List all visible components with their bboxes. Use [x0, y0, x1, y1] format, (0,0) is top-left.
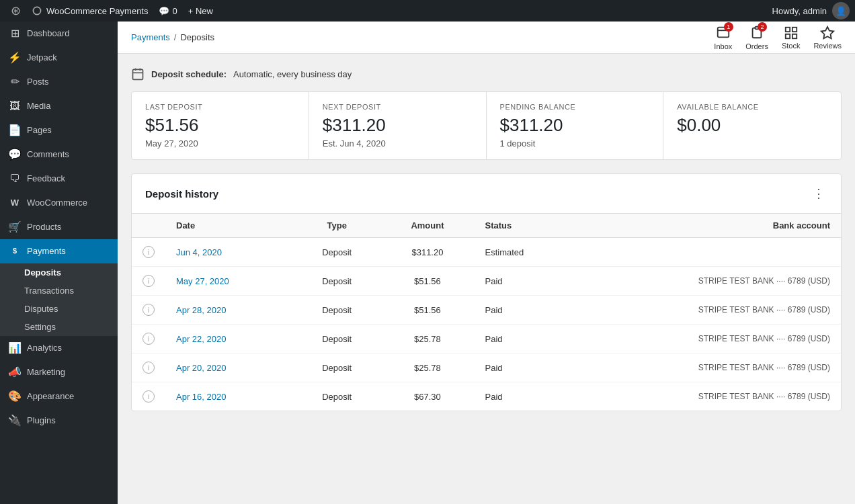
row-type: Deposit: [293, 267, 380, 296]
breadcrumb-parent[interactable]: Payments: [131, 32, 170, 42]
svg-rect-1: [785, 27, 789, 31]
new-content-link[interactable]: + New: [183, 6, 218, 16]
dashboard-icon: ⊞: [8, 27, 22, 40]
row-amount: $25.78: [380, 325, 474, 353]
deposit-history-table: Deposit history ⋮ Date Type Amount Statu…: [131, 173, 842, 411]
row-type: Deposit: [293, 353, 380, 382]
row-bank: STRIPE TEST BANK ···· 6789 (USD): [577, 296, 841, 325]
woocommerce-icon: W: [8, 196, 22, 210]
jetpack-icon: ⚡: [8, 51, 22, 65]
row-type: Deposit: [293, 238, 380, 267]
th-amount: Amount: [380, 214, 474, 238]
stat-last-deposit: LAST DEPOSIT $51.56 May 27, 2020: [132, 92, 309, 159]
stat-last-deposit-value: $51.56: [145, 115, 295, 136]
sidebar-sub-transactions[interactable]: Transactions: [0, 282, 118, 300]
admin-bar-right: Howdy, admin 👤: [772, 2, 850, 19]
comments-link[interactable]: 💬 0: [153, 6, 182, 16]
plugins-icon: 🔌: [8, 414, 22, 427]
orders-action[interactable]: 2 Orders: [745, 25, 768, 50]
sidebar-item-comments[interactable]: 💬 Comments: [0, 142, 118, 167]
row-info-icon[interactable]: i: [132, 325, 165, 353]
top-bar: Payments / Deposits 1 inbox 2: [118, 22, 855, 54]
row-amount: $51.56: [380, 267, 474, 296]
breadcrumb-current: Deposits: [180, 32, 214, 42]
avatar[interactable]: 👤: [832, 2, 850, 19]
sidebar-item-woocommerce[interactable]: W WooCommerce: [0, 191, 118, 215]
orders-badge: 2: [749, 25, 764, 41]
site-name[interactable]: WooCommerce Payments: [26, 5, 153, 16]
table-row: i Apr 28, 2020 Deposit $51.56 Paid STRIP…: [132, 296, 841, 325]
sidebar-item-marketing[interactable]: 📣 Marketing: [0, 360, 118, 384]
stat-next-deposit: NEXT DEPOSIT $311.20 Est. Jun 4, 2020: [309, 92, 487, 159]
reviews-action[interactable]: Reviews: [813, 26, 842, 50]
page-content: Deposit schedule: Automatic, every busin…: [118, 54, 855, 504]
pages-icon: 📄: [8, 124, 22, 137]
row-status: Paid: [474, 267, 577, 296]
stat-pending-balance-sub: 1 deposit: [500, 138, 650, 149]
row-bank: STRIPE TEST BANK ···· 6789 (USD): [577, 382, 841, 411]
sidebar-item-posts[interactable]: ✏ Posts: [0, 70, 118, 94]
row-info-icon[interactable]: i: [132, 382, 165, 411]
table-row: i Apr 22, 2020 Deposit $25.78 Paid STRIP…: [132, 325, 841, 353]
date-link[interactable]: Apr 28, 2020: [176, 305, 226, 315]
sidebar-item-payments[interactable]: $ Payments: [0, 239, 118, 263]
svg-rect-6: [133, 69, 143, 79]
feedback-icon: 🗨: [8, 172, 22, 185]
row-status: Paid: [474, 382, 577, 411]
date-link[interactable]: Apr 16, 2020: [176, 392, 226, 402]
app-body: ⊞ Dashboard ⚡ Jetpack ✏ Posts 🖼 Media 📄 …: [0, 22, 855, 504]
date-link[interactable]: Apr 22, 2020: [176, 334, 226, 344]
row-bank: STRIPE TEST BANK ···· 6789 (USD): [577, 267, 841, 296]
sidebar-sub-settings[interactable]: Settings: [0, 318, 118, 336]
row-amount: $311.20: [380, 238, 474, 267]
stat-available-balance-value: $0.00: [677, 115, 827, 136]
row-date: Apr 28, 2020: [165, 296, 293, 325]
th-bank: Bank account: [577, 214, 841, 238]
table-header-row: Date Type Amount Status Bank account: [132, 214, 841, 238]
wp-logo-icon: ⊛: [5, 3, 26, 18]
date-link[interactable]: Apr 20, 2020: [176, 363, 226, 373]
inbox-label: inbox: [714, 42, 732, 50]
row-info-icon[interactable]: i: [132, 296, 165, 325]
row-info-icon[interactable]: i: [132, 267, 165, 296]
th-status: Status: [474, 214, 577, 238]
inbox-action[interactable]: 1 inbox: [714, 25, 732, 50]
stock-label: Stock: [782, 42, 801, 50]
sidebar-item-jetpack[interactable]: ⚡ Jetpack: [0, 46, 118, 70]
stat-available-balance: AVAILABLE BALANCE $0.00: [663, 92, 841, 159]
table-title: Deposit history: [145, 188, 218, 200]
breadcrumb: Payments / Deposits: [131, 32, 214, 42]
sidebar-item-media[interactable]: 🖼 Media: [0, 94, 118, 118]
stock-action[interactable]: Stock: [782, 26, 801, 50]
row-bank: STRIPE TEST BANK ···· 6789 (USD): [577, 325, 841, 353]
payments-icon: $: [8, 245, 22, 258]
th-info: [132, 214, 165, 238]
sidebar-item-analytics[interactable]: 📊 Analytics: [0, 336, 118, 360]
stock-icon: [784, 26, 799, 40]
row-date: Apr 22, 2020: [165, 325, 293, 353]
row-date: May 27, 2020: [165, 267, 293, 296]
sidebar-item-pages[interactable]: 📄 Pages: [0, 118, 118, 142]
date-link[interactable]: May 27, 2020: [176, 276, 229, 286]
svg-rect-2: [792, 27, 796, 31]
sidebar-item-appearance[interactable]: 🎨 Appearance: [0, 384, 118, 409]
sidebar-item-plugins[interactable]: 🔌 Plugins: [0, 409, 118, 433]
row-info-icon[interactable]: i: [132, 353, 165, 382]
date-link[interactable]: Jun 4, 2020: [176, 247, 222, 257]
deposit-schedule: Deposit schedule: Automatic, every busin…: [131, 67, 842, 81]
stat-pending-balance-label: PENDING BALANCE: [500, 103, 650, 111]
marketing-icon: 📣: [8, 366, 22, 379]
reviews-icon: [820, 26, 835, 40]
sidebar-item-dashboard[interactable]: ⊞ Dashboard: [0, 22, 118, 46]
stat-pending-balance: PENDING BALANCE $311.20 1 deposit: [487, 92, 664, 159]
sidebar-item-feedback[interactable]: 🗨 Feedback: [0, 167, 118, 191]
row-type: Deposit: [293, 325, 380, 353]
sidebar-sub-disputes[interactable]: Disputes: [0, 300, 118, 318]
row-status: Paid: [474, 325, 577, 353]
admin-bar: ⊛ WooCommerce Payments 💬 0 + New Howdy, …: [0, 0, 855, 22]
sidebar-item-products[interactable]: 🛒 Products: [0, 215, 118, 239]
sidebar-sub-deposits[interactable]: Deposits: [0, 263, 118, 282]
row-info-icon[interactable]: i: [132, 238, 165, 267]
orders-label: Orders: [745, 42, 768, 50]
table-menu-button[interactable]: ⋮: [810, 183, 827, 204]
